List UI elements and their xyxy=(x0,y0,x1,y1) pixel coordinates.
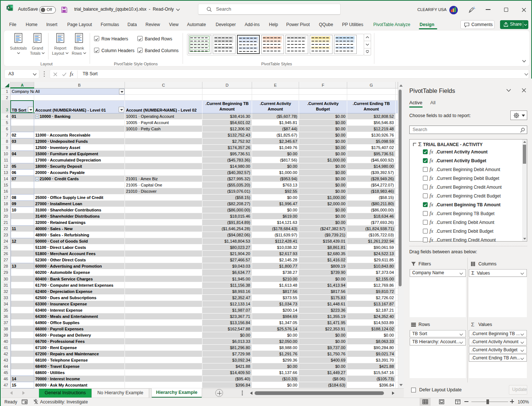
svg-text:X: X xyxy=(7,6,10,10)
